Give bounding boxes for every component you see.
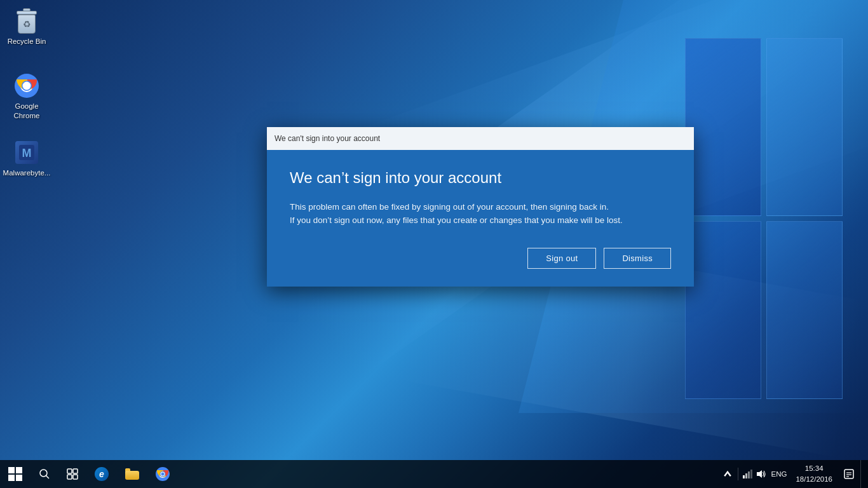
taskbar-left: e — [0, 460, 178, 488]
windows-icon — [8, 467, 22, 481]
svg-rect-10 — [73, 469, 78, 473]
language-text: ENG — [771, 470, 787, 478]
sign-out-button[interactable]: Sign out — [527, 248, 596, 269]
taskbar-app-file-explorer[interactable] — [117, 460, 147, 488]
action-center-button[interactable] — [837, 460, 860, 488]
dialog-buttons: Sign out Dismiss — [290, 248, 671, 269]
svg-point-17 — [161, 473, 165, 476]
recycle-bin-icon: ♻ — [15, 8, 38, 34]
chrome-taskbar-icon — [156, 467, 170, 481]
dialog-body: We can’t sign into your account This pro… — [267, 150, 694, 287]
dialog-titlebar-text: We can't sign into your account — [275, 134, 380, 143]
chrome-icon-img — [13, 72, 40, 99]
recycle-bin-icon-img: ♻ — [13, 8, 40, 34]
win-panel-3 — [685, 221, 761, 399]
desktop-icon-malwarebytes[interactable]: M Malwarebyte... — [3, 137, 51, 180]
show-hidden-icons-button[interactable] — [720, 460, 735, 488]
svg-text:M: M — [22, 147, 32, 159]
win-panel-4 — [766, 221, 843, 399]
chevron-up-icon — [722, 469, 733, 479]
recycle-bin-label: Recycle Bin — [8, 37, 46, 46]
desktop-icon-google-chrome[interactable]: Google Chrome — [3, 70, 51, 123]
win-panel-2 — [766, 38, 843, 216]
clock-date: 18/12/2016 — [796, 474, 832, 485]
svg-rect-20 — [748, 471, 750, 478]
start-button[interactable] — [0, 460, 31, 488]
dialog-message: This problem can often be fixed by signi… — [290, 200, 671, 227]
volume-icon[interactable] — [754, 460, 768, 488]
system-tray: ENG 15:34 18/12/2016 — [720, 460, 868, 488]
svg-marker-22 — [757, 470, 762, 478]
file-explorer-icon — [125, 468, 139, 480]
chrome-icon — [15, 74, 39, 98]
svg-rect-21 — [750, 470, 752, 478]
network-icon[interactable] — [741, 460, 754, 488]
malwarebytes-icon-img: M — [13, 139, 40, 166]
search-icon — [39, 468, 50, 480]
language-indicator[interactable]: ENG — [768, 460, 791, 488]
svg-rect-18 — [743, 475, 745, 478]
chrome-label: Google Chrome — [5, 102, 48, 121]
svg-rect-12 — [73, 475, 78, 479]
dialog-titlebar: We can't sign into your account — [267, 127, 694, 150]
taskbar: e — [0, 460, 868, 488]
dialog-message-line1: This problem can often be fixed by signi… — [290, 202, 609, 212]
svg-rect-23 — [844, 470, 853, 478]
dialog-title: We can’t sign into your account — [290, 169, 671, 187]
edge-icon: e — [95, 467, 109, 481]
taskbar-app-chrome[interactable] — [147, 460, 178, 488]
taskbar-apps: e — [86, 460, 178, 488]
malwarebytes-label: Malwarebyte... — [3, 168, 51, 178]
show-desktop-button[interactable] — [860, 460, 865, 488]
svg-point-7 — [40, 470, 47, 477]
clock-time: 15:34 — [805, 463, 824, 474]
task-view-button[interactable] — [58, 460, 86, 488]
svg-rect-19 — [745, 473, 747, 478]
win-panel-1 — [685, 38, 761, 216]
dialog-message-line2: If you don’t sign out now, any files tha… — [290, 215, 623, 225]
svg-rect-9 — [67, 469, 72, 473]
dismiss-button[interactable]: Dismiss — [604, 248, 671, 269]
desktop-icon-recycle-bin[interactable]: ♻ Recycle Bin — [3, 5, 51, 49]
svg-rect-11 — [67, 475, 72, 479]
taskbar-app-edge[interactable]: e — [86, 460, 117, 488]
notification-icon — [844, 469, 854, 479]
svg-line-8 — [46, 476, 50, 479]
svg-point-3 — [23, 82, 31, 90]
desktop: ♻ Recycle Bin — [0, 0, 868, 488]
task-view-icon — [67, 468, 78, 480]
malwarebytes-icon: M — [15, 141, 38, 164]
clock-button[interactable]: 15:34 18/12/2016 — [790, 460, 837, 488]
search-button[interactable] — [31, 460, 58, 488]
tray-divider — [738, 468, 738, 480]
sign-in-dialog: We can't sign into your account We can’t… — [267, 127, 694, 287]
win-panels-bg — [685, 38, 843, 399]
